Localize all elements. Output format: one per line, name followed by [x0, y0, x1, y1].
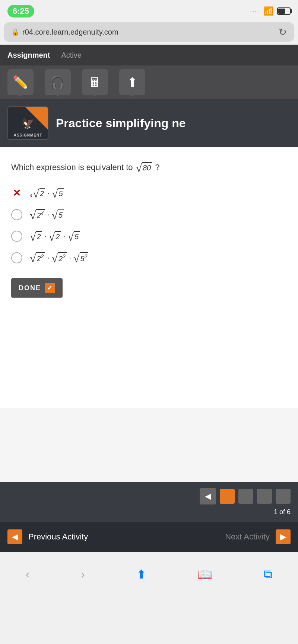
upload-button[interactable]: ⬆ — [119, 69, 145, 95]
lock-icon: 🔒 — [11, 28, 19, 36]
battery-icon — [277, 7, 291, 15]
audio-button[interactable]: 🎧 — [45, 69, 71, 95]
browser-back-button[interactable]: ‹ — [26, 567, 30, 581]
option-math-4: √22 · √22 · √52 — [30, 252, 88, 263]
page-dot-3[interactable] — [257, 489, 272, 504]
url-bar[interactable]: 🔒 r04.core.learn.edgenuity.com ↻ — [4, 22, 294, 42]
logo-bird-icon: 🦅 — [22, 117, 35, 129]
options-list: ✕ 4√2 · √5 √24 · √5 — [11, 188, 287, 263]
status-bar: 6:25 ···· 📶 — [0, 0, 298, 22]
radio-option-3[interactable] — [11, 231, 22, 242]
option-math-2: √24 · √5 — [30, 209, 64, 220]
page-nav: ◀ — [7, 488, 291, 504]
book-icon: 📖 — [197, 567, 212, 581]
option-row-1: ✕ 4√2 · √5 — [11, 188, 287, 199]
next-activity-label: Next Activity — [225, 532, 270, 542]
logo-label: ASSIGNMENT — [8, 133, 48, 137]
assignment-logo: 🦅 ASSIGNMENT — [7, 106, 48, 140]
opt1-expr: 4√2 — [30, 188, 45, 198]
question-mark: ? — [155, 163, 159, 172]
option-row-4[interactable]: √22 · √22 · √52 — [11, 252, 287, 263]
radical-sign-icon: √ — [136, 163, 142, 173]
browser-tabs-button[interactable]: ⧉ — [264, 567, 272, 581]
signal-icon: ···· — [250, 8, 260, 15]
radio-option-2[interactable] — [11, 209, 22, 220]
option-math-1: 4√2 · √5 — [30, 188, 64, 198]
share-icon: ⬆ — [136, 567, 146, 581]
done-check-icon: ✓ — [45, 283, 55, 293]
clock: 6:25 — [7, 5, 34, 17]
wifi-icon: 📶 — [263, 6, 273, 16]
done-label: DONE — [19, 284, 41, 292]
headphones-icon: 🎧 — [50, 75, 66, 90]
page-dot-4[interactable] — [276, 489, 291, 504]
previous-activity-label: Previous Activity — [28, 532, 88, 542]
page-dot-2[interactable] — [238, 489, 253, 504]
status-icons: ···· 📶 — [250, 6, 291, 16]
main-content: Which expression is equivalent to √ 80 ?… — [0, 147, 298, 408]
nav-footer: ◀ 1 of 6 — [0, 482, 298, 522]
nav-assignment[interactable]: Assignment — [7, 51, 50, 60]
calculator-icon: 🖩 — [89, 75, 101, 90]
question-text: Which expression is equivalent to √ 80 ? — [11, 162, 287, 173]
forward-arrow-icon: › — [81, 567, 85, 581]
wrong-indicator: ✕ — [11, 188, 22, 199]
assignment-header: 🦅 ASSIGNMENT Practice simplifying ne — [0, 99, 298, 147]
x-mark-icon: ✕ — [13, 188, 21, 199]
bottom-section — [0, 408, 298, 482]
option-row-3[interactable]: √2 · √2 · √5 — [11, 231, 287, 242]
prev-arrow-icon: ◀ — [7, 529, 22, 544]
nav-active[interactable]: Active — [61, 51, 81, 60]
upload-icon: ⬆ — [127, 75, 137, 90]
url-text: 🔒 r04.core.learn.edgenuity.com — [11, 28, 118, 36]
next-arrow-icon: ▶ — [276, 529, 291, 544]
browser-bookmarks-button[interactable]: 📖 — [197, 567, 212, 581]
page-count: 1 of 6 — [7, 508, 291, 516]
option-row-2[interactable]: √24 · √5 — [11, 209, 287, 220]
radio-option-4[interactable] — [11, 252, 22, 263]
calculator-button[interactable]: 🖩 — [82, 69, 108, 95]
toolbar: ✏️ 🎧 🖩 ⬆ — [0, 65, 298, 99]
pencil-button[interactable]: ✏️ — [7, 69, 34, 95]
chevron-left-icon: ◀ — [205, 491, 211, 501]
done-button[interactable]: DONE ✓ — [11, 278, 63, 298]
previous-activity-button[interactable]: ◀ Previous Activity — [7, 529, 88, 544]
option-math-3: √2 · √2 · √5 — [30, 231, 80, 241]
page-prev-button[interactable]: ◀ — [200, 488, 216, 504]
page-dot-1[interactable] — [220, 489, 235, 504]
activity-nav: ◀ Previous Activity Next Activity ▶ — [0, 522, 298, 552]
assignment-title: Practice simplifying ne — [56, 116, 186, 130]
question-expression: √ 80 — [136, 162, 152, 173]
pencil-icon: ✏️ — [13, 75, 28, 90]
refresh-icon[interactable]: ↻ — [279, 26, 287, 38]
tabs-icon: ⧉ — [264, 567, 272, 581]
question-prefix: Which expression is equivalent to — [11, 163, 133, 172]
browser-bottom-bar: ‹ › ⬆ 📖 ⧉ — [0, 552, 298, 596]
next-activity-button[interactable]: Next Activity ▶ — [225, 529, 291, 544]
browser-forward-button[interactable]: › — [81, 567, 85, 581]
browser-share-button[interactable]: ⬆ — [136, 567, 146, 581]
nav-bar: Assignment Active — [0, 45, 298, 65]
back-arrow-icon: ‹ — [26, 567, 30, 581]
